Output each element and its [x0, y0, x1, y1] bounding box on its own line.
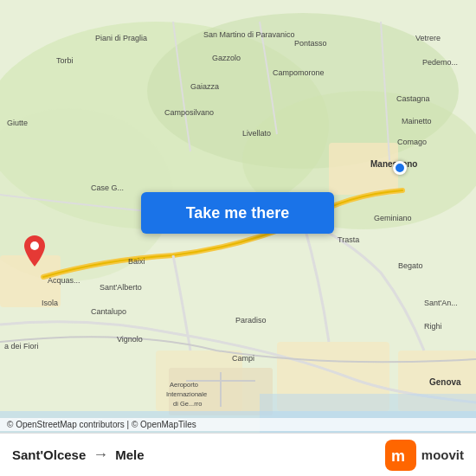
svg-text:Trasta: Trasta — [338, 235, 359, 244]
svg-text:Cantalupo: Cantalupo — [91, 307, 126, 316]
svg-text:Isola: Isola — [42, 299, 58, 307]
svg-text:Livellato: Livellato — [242, 129, 271, 138]
svg-text:Begato: Begato — [398, 261, 423, 270]
svg-text:Pedemo...: Pedemo... — [422, 58, 458, 67]
svg-point-51 — [30, 241, 39, 250]
svg-text:Gazzolo: Gazzolo — [212, 54, 241, 62]
svg-text:San Martino di Paravanico: San Martino di Paravanico — [203, 30, 295, 39]
svg-text:Genova: Genova — [429, 377, 461, 387]
svg-text:Camposilvano: Camposilvano — [164, 108, 214, 117]
svg-text:Pontasso: Pontasso — [294, 39, 327, 48]
svg-text:Baixi: Baixi — [128, 257, 145, 266]
svg-text:Mainetto: Mainetto — [402, 117, 432, 125]
route-info: Sant'Olcese → Mele — [12, 446, 145, 464]
svg-text:Comago: Comago — [397, 138, 427, 146]
svg-text:Sant'Alberto: Sant'Alberto — [100, 283, 142, 292]
route-arrow: → — [93, 446, 108, 464]
svg-text:Vetrere: Vetrere — [415, 34, 441, 42]
destination-pin — [24, 235, 45, 270]
svg-text:Vignolo: Vignolo — [117, 335, 143, 344]
moovit-text: moovit — [421, 447, 464, 462]
origin-dot — [393, 161, 407, 175]
svg-text:Acquas...: Acquas... — [48, 276, 80, 285]
svg-text:Campi: Campi — [232, 354, 254, 363]
svg-text:Giutte: Giutte — [7, 119, 28, 127]
svg-text:Case G...: Case G... — [91, 183, 124, 192]
svg-text:a dei Fiori: a dei Fiori — [4, 342, 39, 351]
svg-text:di Ge...rro: di Ge...rro — [173, 400, 202, 408]
take-me-there-button[interactable]: Take me there — [141, 192, 334, 234]
attribution-bar: © OpenStreetMap contributors | © OpenMap… — [0, 418, 476, 431]
moovit-icon: m — [385, 440, 416, 471]
svg-text:Torbi: Torbi — [56, 56, 74, 65]
bottom-bar: Sant'Olcese → Mele m moovit — [0, 433, 476, 476]
svg-text:Gaiazza: Gaiazza — [190, 82, 219, 91]
svg-text:Righi: Righi — [424, 322, 442, 331]
svg-text:Paradiso: Paradiso — [235, 316, 267, 325]
button-label: Take me there — [186, 204, 290, 222]
svg-text:Campomorone: Campomorone — [273, 68, 325, 77]
moovit-logo[interactable]: m moovit — [385, 440, 464, 471]
svg-rect-5 — [329, 143, 398, 195]
svg-text:Geminiano: Geminiano — [374, 214, 412, 222]
svg-text:Castagna: Castagna — [396, 94, 430, 103]
map-background: Piani di Praglia San Martino di Paravani… — [0, 0, 476, 476]
svg-text:Piani di Praglia: Piani di Praglia — [95, 34, 147, 42]
svg-text:Aeroporto: Aeroporto — [170, 381, 198, 389]
destination-label: Mele — [115, 447, 144, 462]
origin-label: Sant'Olcese — [12, 447, 86, 462]
map-container: Piani di Praglia San Martino di Paravani… — [0, 0, 476, 476]
svg-text:Internazionale: Internazionale — [166, 390, 207, 398]
attribution-text: © OpenStreetMap contributors | © OpenMap… — [7, 420, 196, 429]
svg-text:m: m — [391, 447, 405, 465]
svg-text:Sant'An...: Sant'An... — [424, 299, 458, 307]
